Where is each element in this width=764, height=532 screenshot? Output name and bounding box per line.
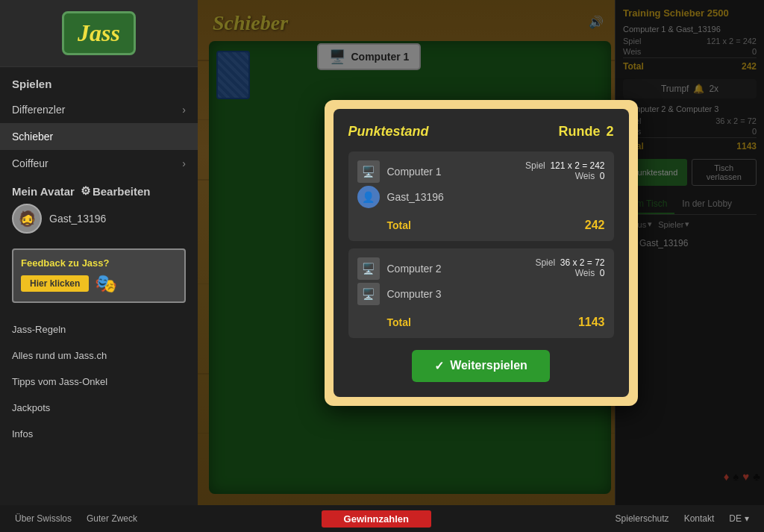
chevron-right-icon: ›	[182, 157, 186, 169]
feedback-banner[interactable]: Feedback zu Jass? Hier klicken 🎭	[12, 248, 186, 303]
chevron-down-icon: ▾	[745, 513, 749, 524]
sidebar-item-label: Coiffeur	[12, 157, 48, 169]
footer-link-guter-zweck[interactable]: Guter Zweck	[87, 513, 137, 524]
link-jackpots[interactable]: Jackpots	[0, 395, 198, 421]
footer-link-kontakt[interactable]: Kontakt	[684, 513, 715, 524]
team1-modal-total: Total 242	[357, 214, 605, 232]
modal-inner: Punktestand Runde 2 🖥️	[334, 109, 629, 397]
avatar-section: Mein Avatar ⚙ Bearbeiten 🧔 Gast_13196	[0, 177, 198, 241]
player2-name: Gast_13196	[387, 191, 462, 203]
modal-overlay: Punktestand Runde 2 🖥️	[198, 0, 764, 505]
monitor-icon: 🖥️	[357, 160, 380, 183]
modal-team2-block: 🖥️ Computer 2 🖥️ Computer 3	[348, 248, 614, 338]
footer-lang-selector[interactable]: DE ▾	[729, 513, 749, 524]
feedback-illustration: 🎭	[95, 273, 117, 294]
weiterspielen-label: Weiterspielen	[450, 359, 527, 372]
team2-modal-weis: Weis 0	[535, 268, 604, 278]
lang-label: DE	[729, 513, 742, 524]
checkmark-icon: ✓	[434, 359, 444, 373]
link-tipps[interactable]: Tipps vom Jass-Onkel	[0, 369, 198, 395]
modal-player-gast: 👤 Gast_13196	[357, 186, 526, 208]
sidebar-links: Jass-Regeln Alles rund um Jass.ch Tipps …	[0, 310, 198, 453]
footer-link-spielerschutz[interactable]: Spielerschutz	[616, 513, 669, 524]
modal-player-computer3: 🖥️ Computer 3	[357, 283, 536, 305]
avatar: 🧔	[12, 204, 42, 234]
modal-team1-block: 🖥️ Computer 1 👤 Gast_13196	[348, 151, 614, 241]
footer-center-gewinnzahlen[interactable]: Gewinnzahlen	[322, 510, 431, 528]
player4-name: Computer 3	[387, 288, 462, 300]
team1-modal-weis: Weis 0	[525, 171, 604, 181]
avatar-username: Gast_13196	[49, 213, 106, 225]
chevron-right-icon: ›	[182, 104, 186, 116]
edit-label: Bearbeiten	[93, 185, 151, 198]
team2-scores: Spiel 36 x 2 = 72 Weis 0	[535, 257, 604, 278]
game-area: Schieber 🔊 🖥️ Computer 1 Training Schieb…	[198, 0, 764, 505]
modal-header: Punktestand Runde 2	[348, 124, 614, 140]
team1-modal-spiel: Spiel 121 x 2 = 242	[525, 160, 604, 171]
footer-right-links: Spielerschutz Kontakt DE ▾	[616, 513, 749, 524]
monitor-icon: 🖥️	[357, 257, 380, 280]
edit-avatar-link[interactable]: ⚙ Bearbeiten	[81, 184, 151, 198]
modal-player-computer1: 🖥️ Computer 1	[357, 160, 526, 183]
link-alles-rund[interactable]: Alles rund um Jass.ch	[0, 342, 198, 369]
avatar-section-title: Mein Avatar	[12, 185, 75, 198]
punktestand-modal: Punktestand Runde 2 🖥️	[325, 100, 638, 406]
footer-left-links: Über Swisslos Guter Zweck	[15, 513, 137, 524]
modal-title: Punktestand	[348, 124, 429, 140]
sidebar-item-coiffeur[interactable]: Coiffeur ›	[0, 150, 198, 177]
modal-player-computer2: 🖥️ Computer 2	[357, 257, 536, 280]
modal-runde: Runde 2	[556, 124, 614, 140]
player1-name: Computer 1	[387, 166, 462, 178]
runde-value: 2	[606, 124, 613, 139]
team1-scores: Spiel 121 x 2 = 242 Weis 0	[525, 160, 604, 181]
link-infos[interactable]: Infos	[0, 421, 198, 447]
avatar-icon: 👤	[357, 186, 380, 208]
footer-link-swisslos[interactable]: Über Swisslos	[15, 513, 72, 524]
footer: Über Swisslos Guter Zweck Gewinnzahlen S…	[0, 505, 764, 532]
feedback-button[interactable]: Hier klicken	[21, 275, 89, 292]
logo-box: Jass	[62, 11, 136, 55]
sidebar-item-label: Differenzler	[12, 104, 65, 116]
settings-icon: ⚙	[81, 184, 90, 198]
link-jass-regeln[interactable]: Jass-Regeln	[0, 316, 198, 342]
spielen-section-title: Spielen	[0, 67, 198, 96]
logo-area: Jass	[0, 0, 198, 67]
sidebar-item-differenzler[interactable]: Differenzler ›	[0, 96, 198, 123]
logo-text: Jass	[78, 19, 120, 46]
runde-label: Runde	[559, 124, 601, 139]
team2-modal-spiel: Spiel 36 x 2 = 72	[535, 257, 604, 268]
sidebar: Jass Spielen Differenzler › Schieber Coi…	[0, 0, 198, 505]
feedback-title: Feedback zu Jass?	[21, 257, 177, 269]
player3-name: Computer 2	[387, 263, 462, 275]
monitor-icon: 🖥️	[357, 283, 380, 305]
sidebar-item-label: Schieber	[12, 131, 53, 143]
weiterspielen-button[interactable]: ✓ Weiterspielen	[412, 350, 550, 382]
team2-modal-total: Total 1143	[357, 311, 605, 329]
sidebar-item-schieber[interactable]: Schieber	[0, 123, 198, 150]
